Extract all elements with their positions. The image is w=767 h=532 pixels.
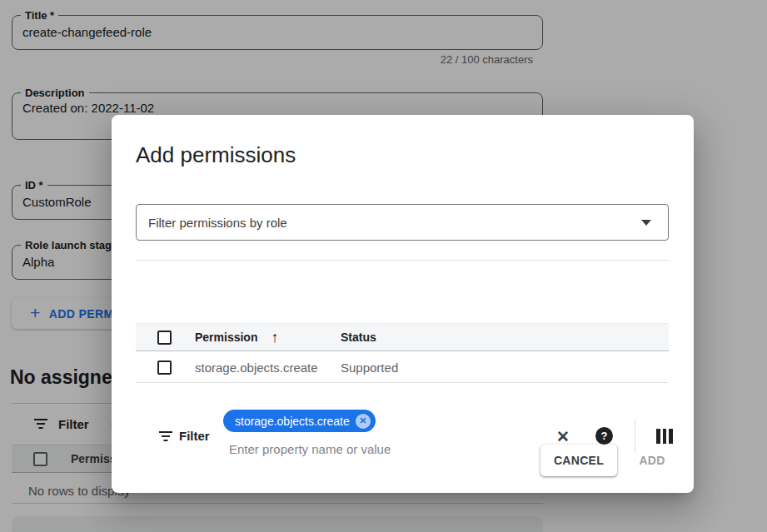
- dialog-filter-label: Filter: [179, 429, 210, 443]
- dialog-filter-toolbar: Filter storage.objects.create ✕ Enter pr…: [136, 260, 669, 323]
- status-column-header[interactable]: Status: [341, 331, 376, 344]
- dialog-filter-input[interactable]: Enter property name or value: [229, 442, 391, 456]
- dialog-title: Add permissions: [136, 142, 296, 168]
- add-permissions-dialog: Add permissions Filter permissions by ro…: [112, 115, 694, 493]
- filter-chip[interactable]: storage.objects.create ✕: [223, 410, 376, 432]
- screen: Title * create-changefeed-role 22 / 100 …: [0, 0, 767, 532]
- chip-remove-icon[interactable]: ✕: [356, 414, 371, 429]
- columns-icon[interactable]: [656, 429, 673, 444]
- permission-cell: storage.objects.create: [195, 360, 341, 375]
- sort-ascending-icon[interactable]: ↑: [271, 329, 278, 346]
- row-checkbox[interactable]: [157, 360, 172, 375]
- help-icon[interactable]: ?: [595, 427, 613, 445]
- permission-column-header[interactable]: Permission: [195, 331, 257, 344]
- cancel-button[interactable]: CANCEL: [540, 445, 617, 476]
- table-row[interactable]: storage.objects.create Supported: [136, 352, 669, 383]
- role-filter-select-value: Filter permissions by role: [148, 216, 641, 230]
- status-cell: Supported: [341, 360, 398, 375]
- select-all-checkbox[interactable]: [157, 331, 172, 345]
- add-button[interactable]: ADD: [626, 445, 678, 476]
- filter-chip-label: storage.objects.create: [235, 415, 350, 427]
- filter-icon: [158, 430, 173, 442]
- chevron-down-icon: [641, 220, 651, 226]
- role-filter-select[interactable]: Filter permissions by role: [136, 204, 669, 241]
- dialog-table-header: Permission ↑ Status: [136, 323, 669, 351]
